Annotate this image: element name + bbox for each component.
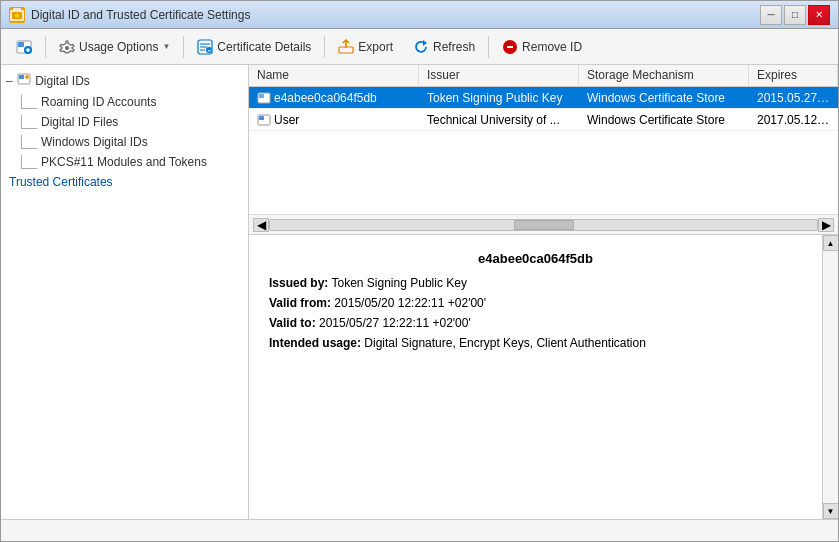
svg-point-1 [15,13,19,17]
separator-4 [488,36,489,58]
table-header: Name Issuer Storage Mechanism Expires [249,65,838,87]
col-header-expires: Expires [749,65,838,86]
valid-from-value: 2015/05/20 12:22:11 +02'00' [334,296,486,310]
svg-point-5 [65,46,69,50]
usage-options-icon [59,39,75,55]
separator-1 [45,36,46,58]
collapse-icon: − [5,74,13,88]
svg-marker-9 [423,40,427,46]
cell-storage-1: Windows Certificate Store [579,89,749,107]
title-bar-buttons: ─ □ ✕ [760,5,830,25]
refresh-button[interactable]: Refresh [404,33,484,61]
add-id-button[interactable] [7,33,41,61]
svg-rect-12 [19,75,24,79]
hscroll-right-btn[interactable]: ▶ [818,218,834,232]
valid-to-label: Valid to: [269,316,316,330]
detail-area: e4abee0ca064f5db Issued by: Token Signin… [249,235,822,519]
dropdown-arrow: ▼ [162,42,170,51]
roaming-id-label: Roaming ID Accounts [41,95,156,109]
col-header-storage: Storage Mechanism [579,65,749,86]
hscrollbar-thumb[interactable] [514,220,574,230]
svg-rect-15 [259,94,264,98]
pkcs11-label: PKCS#11 Modules and Tokens [41,155,207,169]
export-icon [338,39,354,55]
separator-2 [183,36,184,58]
issued-by-label: Issued by: [269,276,328,290]
digital-ids-label: Digital IDs [35,74,90,88]
vscroll-track[interactable] [824,251,838,503]
horizontal-scrollbar-area: ◀ ▶ [249,214,838,234]
digital-id-files-label: Digital ID Files [41,115,118,129]
cell-expires-1: 2015.05.27 10:22:11 Z [749,89,838,107]
issued-by-value: Token Signing Public Key [331,276,466,290]
detail-panel-container: e4abee0ca064f5db Issued by: Token Signin… [249,235,838,519]
maximize-button[interactable]: □ [784,5,806,25]
sidebar-item-windows-digital-ids[interactable]: Windows Digital IDs [1,132,248,152]
svg-rect-3 [18,42,24,47]
title-bar-left: Digital ID and Trusted Certificate Setti… [9,7,250,23]
cell-name-1: e4abee0ca064f5db [249,89,419,107]
right-panel: Name Issuer Storage Mechanism Expires [249,65,838,519]
detail-valid-to: Valid to: 2015/05/27 12:22:11 +02'00' [269,316,802,330]
table-body: e4abee0ca064f5db Token Signing Public Ke… [249,87,838,214]
certificate-icon [197,39,213,55]
main-content: − Digital IDs Roaming ID Account [1,65,838,519]
sidebar-item-digital-ids[interactable]: − Digital IDs [1,69,248,92]
trusted-certs-label: Trusted Certificates [9,175,113,189]
digital-ids-children: Roaming ID Accounts Digital ID Files Win… [1,92,248,172]
certificate-details-label: Certificate Details [217,40,311,54]
window-title: Digital ID and Trusted Certificate Setti… [31,8,250,22]
detail-issued-by: Issued by: Token Signing Public Key [269,276,802,290]
add-icon [16,39,32,55]
valid-from-label: Valid from: [269,296,331,310]
col-header-issuer: Issuer [419,65,579,86]
main-window: Digital ID and Trusted Certificate Setti… [0,0,839,542]
refresh-icon [413,39,429,55]
remove-id-label: Remove ID [522,40,582,54]
minimize-button[interactable]: ─ [760,5,782,25]
vscroll-down-btn[interactable]: ▼ [823,503,839,519]
table-area: Name Issuer Storage Mechanism Expires [249,65,838,235]
svg-point-13 [25,75,29,79]
cell-expires-2: 2017.05.12 18:19:34 Z [749,111,838,129]
hscroll-left-btn[interactable]: ◀ [253,218,269,232]
svg-rect-17 [259,116,264,120]
detail-valid-from: Valid from: 2015/05/20 12:22:11 +02'00' [269,296,802,310]
title-bar: Digital ID and Trusted Certificate Setti… [1,1,838,29]
usage-options-label: Usage Options [79,40,158,54]
remove-id-button[interactable]: Remove ID [493,33,591,61]
intended-usage-label: Intended usage: [269,336,361,350]
close-button[interactable]: ✕ [808,5,830,25]
sidebar-item-digital-id-files[interactable]: Digital ID Files [1,112,248,132]
sidebar: − Digital IDs Roaming ID Account [1,65,249,519]
cell-storage-2: Windows Certificate Store [579,111,749,129]
detail-intended-usage: Intended usage: Digital Signature, Encry… [269,336,802,350]
sidebar-item-trusted-certs[interactable]: Trusted Certificates [1,172,248,192]
digital-ids-icon [17,72,31,89]
window-icon [9,7,25,23]
status-bar [1,519,838,541]
vertical-scrollbar: ▲ ▼ [822,235,838,519]
sidebar-item-roaming-id[interactable]: Roaming ID Accounts [1,92,248,112]
sidebar-item-pkcs11[interactable]: PKCS#11 Modules and Tokens [1,152,248,172]
horizontal-scrollbar[interactable] [269,219,818,231]
intended-usage-value: Digital Signature, Encrypt Keys, Client … [364,336,645,350]
table-row[interactable]: e4abee0ca064f5db Token Signing Public Ke… [249,87,838,109]
export-label: Export [358,40,393,54]
export-button[interactable]: Export [329,33,402,61]
certificate-details-button[interactable]: Certificate Details [188,33,320,61]
remove-icon [502,39,518,55]
detail-title: e4abee0ca064f5db [269,251,802,266]
cell-issuer-2: Technical University of ... [419,111,579,129]
cell-name-2: User [249,111,419,129]
usage-options-button[interactable]: Usage Options ▼ [50,33,179,61]
cell-issuer-1: Token Signing Public Key [419,89,579,107]
table-row[interactable]: User Technical University of ... Windows… [249,109,838,131]
refresh-label: Refresh [433,40,475,54]
toolbar: Usage Options ▼ Certificate Details [1,29,838,65]
col-header-name: Name [249,65,419,86]
sidebar-tree: − Digital IDs Roaming ID Account [1,69,248,192]
windows-digital-ids-label: Windows Digital IDs [41,135,148,149]
separator-3 [324,36,325,58]
vscroll-up-btn[interactable]: ▲ [823,235,839,251]
